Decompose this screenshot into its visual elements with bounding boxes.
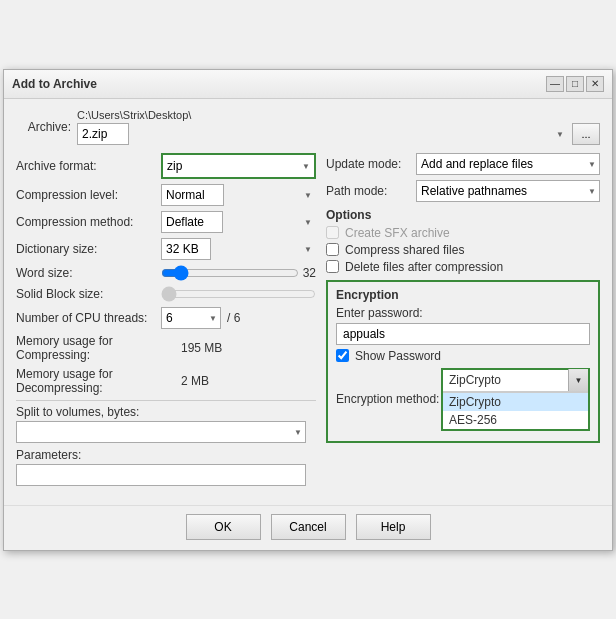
path-input-row: 2.zip ... [77, 123, 600, 145]
solid-block-row: Solid Block size: [16, 286, 316, 302]
minimize-button[interactable]: — [546, 76, 564, 92]
path-mode-label: Path mode: [326, 184, 416, 198]
cpu-total: / 6 [227, 311, 240, 325]
dialog-title: Add to Archive [12, 77, 97, 91]
mem-decompress-value: 2 MB [181, 374, 209, 388]
compression-level-row: Compression level: Normal Fastest Fast M… [16, 184, 316, 206]
options-title: Options [326, 208, 600, 222]
word-size-slider[interactable] [161, 265, 299, 281]
enc-method-selected: ZipCrypto [443, 371, 568, 389]
update-mode-row: Update mode: Add and replace files Updat… [326, 153, 600, 175]
delete-after-checkbox[interactable] [326, 260, 339, 273]
enc-method-label: Encryption method: [336, 392, 441, 406]
update-mode-label: Update mode: [326, 157, 416, 171]
format-select-wrapper: zip 7z tar [161, 153, 316, 179]
split-select[interactable] [16, 421, 306, 443]
dict-size-wrapper: 32 KB 64 KB 128 KB [161, 238, 316, 260]
sfx-label: Create SFX archive [345, 226, 450, 240]
show-password-row: Show Password [336, 349, 590, 363]
compress-shared-row: Compress shared files [326, 243, 600, 257]
enc-method-row: Encryption method: ZipCrypto ▼ ZipCrypto… [336, 368, 590, 431]
help-button[interactable]: Help [356, 514, 431, 540]
dialog-window: Add to Archive — □ ✕ Archive: C:\Users\S… [3, 69, 613, 551]
update-mode-wrap: Add and replace files Update and add fil… [416, 153, 600, 175]
archive-label: Archive: [16, 120, 71, 134]
archive-path-text: C:\Users\Strix\Desktop\ [77, 109, 600, 121]
bottom-buttons: OK Cancel Help [4, 505, 612, 550]
maximize-button[interactable]: □ [566, 76, 584, 92]
enc-method-dropdown-container: ZipCrypto ▼ ZipCrypto AES-256 [441, 368, 590, 431]
format-label: Archive format: [16, 159, 161, 173]
params-label: Parameters: [16, 448, 316, 462]
show-password-label: Show Password [355, 349, 441, 363]
mem-decompress-label: Memory usage for Decompressing: [16, 367, 181, 395]
compression-level-select[interactable]: Normal Fastest Fast Maximum Ultra [161, 184, 224, 206]
left-column: Archive format: zip 7z tar Compression l… [16, 153, 316, 491]
compression-method-label: Compression method: [16, 215, 161, 229]
archive-path-row: Archive: C:\Users\Strix\Desktop\ 2.zip .… [16, 109, 600, 145]
show-password-checkbox[interactable] [336, 349, 349, 362]
format-select[interactable]: zip 7z tar [163, 155, 314, 177]
word-size-value: 32 [303, 266, 316, 280]
delete-after-row: Delete files after compression [326, 260, 600, 274]
cpu-select-wrap: 6 123 4578 [161, 307, 221, 329]
path-mode-wrap: Relative pathnames Full pathnames Absolu… [416, 180, 600, 202]
cancel-button[interactable]: Cancel [271, 514, 346, 540]
dict-size-label: Dictionary size: [16, 242, 161, 256]
word-size-row: Word size: 32 [16, 265, 316, 281]
browse-button[interactable]: ... [572, 123, 600, 145]
params-input[interactable] [16, 464, 306, 486]
enc-method-select-row: ZipCrypto ▼ [443, 370, 588, 392]
path-mode-row: Path mode: Relative pathnames Full pathn… [326, 180, 600, 202]
delete-after-label: Delete files after compression [345, 260, 503, 274]
word-size-label: Word size: [16, 266, 161, 280]
archive-name-wrapper: 2.zip [77, 123, 568, 145]
enter-password-label: Enter password: [336, 306, 590, 320]
compress-shared-label: Compress shared files [345, 243, 464, 257]
mem-compress-label: Memory usage for Compressing: [16, 334, 181, 362]
encryption-title: Encryption [336, 288, 590, 302]
password-input[interactable] [336, 323, 590, 345]
mem-compress-value: 195 MB [181, 341, 222, 355]
dict-size-select[interactable]: 32 KB 64 KB 128 KB [161, 238, 211, 260]
cpu-select[interactable]: 6 123 4578 [161, 307, 221, 329]
split-label: Split to volumes, bytes: [16, 405, 316, 419]
compress-shared-checkbox[interactable] [326, 243, 339, 256]
enc-dropdown-options: ZipCrypto AES-256 [443, 392, 588, 429]
compression-method-select[interactable]: Deflate Deflate64 LZMA [161, 211, 223, 233]
right-column: Update mode: Add and replace files Updat… [326, 153, 600, 491]
mem-compress-row: Memory usage for Compressing: 195 MB [16, 334, 316, 362]
compression-method-wrapper: Deflate Deflate64 LZMA [161, 211, 316, 233]
params-row: Parameters: [16, 448, 316, 486]
archive-path-container: C:\Users\Strix\Desktop\ 2.zip ... [77, 109, 600, 145]
options-section: Options Create SFX archive Compress shar… [326, 208, 600, 274]
split-input-wrap [16, 421, 306, 443]
close-button[interactable]: ✕ [586, 76, 604, 92]
enc-method-wrapper: ZipCrypto ▼ ZipCrypto AES-256 [441, 368, 590, 431]
mem-decompress-row: Memory usage for Decompressing: 2 MB [16, 367, 316, 395]
enc-method-arrow[interactable]: ▼ [568, 369, 588, 391]
cpu-label: Number of CPU threads: [16, 311, 161, 325]
split-row: Split to volumes, bytes: [16, 405, 316, 443]
main-columns: Archive format: zip 7z tar Compression l… [16, 153, 600, 491]
archive-name-select[interactable]: 2.zip [77, 123, 129, 145]
compression-method-row: Compression method: Deflate Deflate64 LZ… [16, 211, 316, 233]
enc-option-zipcrypto[interactable]: ZipCrypto [443, 393, 588, 411]
cpu-row: Number of CPU threads: 6 123 4578 / 6 [16, 307, 316, 329]
compression-level-wrapper: Normal Fastest Fast Maximum Ultra [161, 184, 316, 206]
format-row: Archive format: zip 7z tar [16, 153, 316, 179]
dialog-content: Archive: C:\Users\Strix\Desktop\ 2.zip .… [4, 99, 612, 501]
sfx-checkbox[interactable] [326, 226, 339, 239]
compression-level-label: Compression level: [16, 188, 161, 202]
title-bar-buttons: — □ ✕ [546, 76, 604, 92]
solid-block-slider[interactable] [161, 286, 316, 302]
title-bar: Add to Archive — □ ✕ [4, 70, 612, 99]
update-mode-select[interactable]: Add and replace files Update and add fil… [416, 153, 600, 175]
sfx-row: Create SFX archive [326, 226, 600, 240]
path-mode-select[interactable]: Relative pathnames Full pathnames Absolu… [416, 180, 600, 202]
ok-button[interactable]: OK [186, 514, 261, 540]
enc-option-aes256[interactable]: AES-256 [443, 411, 588, 429]
solid-block-label: Solid Block size: [16, 287, 161, 301]
encryption-section: Encryption Enter password: Show Password… [326, 280, 600, 443]
dict-size-row: Dictionary size: 32 KB 64 KB 128 KB [16, 238, 316, 260]
